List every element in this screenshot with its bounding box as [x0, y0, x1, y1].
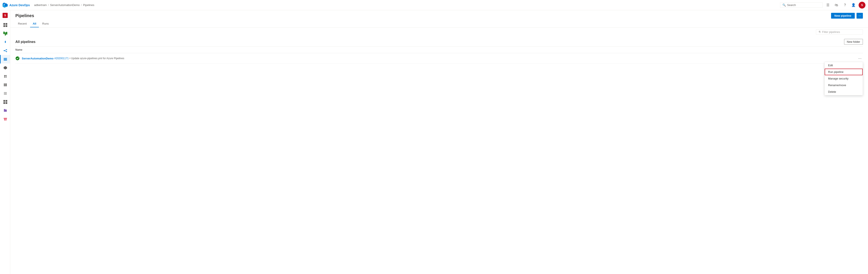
pipeline-name[interactable]: ServerAutomationDemo: [22, 57, 54, 60]
svg-rect-21: [6, 83, 7, 86]
main-content: Pipelines New pipeline ⋯ Recent All Runs…: [10, 10, 868, 274]
topbar: Azure DevOps adbertram / ServerAutomatio…: [0, 0, 868, 10]
page-header: Pipelines New pipeline ⋯: [10, 10, 868, 19]
boards-icon: [3, 31, 7, 36]
tab-recent[interactable]: Recent: [16, 20, 29, 27]
svg-rect-1: [5, 23, 7, 25]
app-name: Azure DevOps: [9, 3, 30, 7]
svg-rect-26: [5, 100, 7, 102]
header-actions: New pipeline ⋯: [831, 13, 863, 19]
sidebar-item-test-plans[interactable]: [0, 106, 10, 115]
status-icon: [16, 56, 20, 60]
context-menu-run-pipeline[interactable]: Run pipeline: [825, 68, 863, 75]
context-menu-rename-move[interactable]: Rename/move: [825, 82, 863, 88]
breadcrumb-project[interactable]: ServerAutomationDemo: [50, 3, 80, 7]
table-header: Name: [16, 47, 863, 53]
breadcrumb-sep-2: /: [81, 3, 82, 7]
context-menu: Edit Run pipeline Manage security Rename…: [825, 62, 863, 95]
sidebar: S: [0, 10, 10, 274]
task-groups-icon: [3, 91, 7, 95]
section-header: All pipelines New folder: [16, 36, 863, 47]
breadcrumb: adbertram / ServerAutomationDemo / Pipel…: [34, 3, 778, 7]
breadcrumb-org[interactable]: adbertram: [34, 3, 47, 7]
sidebar-item-boards[interactable]: [0, 29, 10, 38]
svg-point-32: [16, 56, 20, 60]
svg-rect-13: [4, 59, 7, 60]
artifacts-icon: [3, 117, 7, 121]
repos-icon: [3, 40, 7, 44]
sidebar-item-task-groups[interactable]: [0, 89, 10, 98]
releases-icon: [3, 74, 7, 78]
pipeline-more-button[interactable]: ⋯: [857, 55, 863, 61]
pipeline-section: All pipelines New folder Name ServerAuto…: [10, 36, 868, 274]
list-icon-btn[interactable]: ☰: [825, 2, 831, 8]
svg-point-7: [4, 50, 5, 51]
svg-rect-4: [3, 32, 5, 34]
filter-bar: ⚗ Filter pipelines: [10, 28, 868, 36]
svg-rect-28: [5, 102, 7, 104]
svg-rect-12: [4, 58, 7, 59]
svg-point-8: [6, 49, 7, 50]
context-menu-delete[interactable]: Delete: [825, 88, 863, 95]
search-box[interactable]: 🔍 Search: [780, 2, 823, 8]
shopping-bag-icon-btn[interactable]: 🛍: [833, 2, 840, 8]
pipeline-run-id: #202001171: [55, 57, 69, 60]
svg-line-10: [5, 50, 6, 50]
environments-icon: [3, 65, 7, 70]
user-icon-btn[interactable]: 👤: [850, 2, 857, 8]
page-title: Pipelines: [16, 13, 34, 18]
test-plans-icon: [3, 108, 7, 113]
new-pipeline-more-button[interactable]: ⋯: [857, 13, 863, 19]
sidebar-item-artifacts[interactable]: [0, 115, 10, 123]
app-logo[interactable]: Azure DevOps: [3, 3, 30, 8]
search-icon: 🔍: [782, 3, 786, 7]
filter-placeholder: Filter pipelines: [822, 30, 840, 33]
sidebar-item-library[interactable]: [0, 81, 10, 89]
svg-rect-3: [5, 25, 7, 27]
svg-point-9: [6, 51, 7, 52]
svg-rect-5: [5, 32, 6, 35]
tabs: Recent All Runs: [10, 20, 868, 28]
svg-line-11: [5, 51, 6, 52]
pipelines-icon: [3, 57, 7, 61]
svg-rect-19: [4, 83, 4, 86]
sidebar-item-pipelines[interactable]: [0, 55, 10, 63]
sidebar-item-releases[interactable]: [0, 72, 10, 81]
sidebar-project[interactable]: S: [0, 11, 10, 20]
pipelines-parent-icon: [3, 49, 7, 53]
sidebar-item-pipelines-parent[interactable]: [0, 46, 10, 55]
new-pipeline-button[interactable]: New pipeline: [831, 13, 855, 19]
section-title: All pipelines: [16, 40, 35, 44]
filter-input[interactable]: ⚗ Filter pipelines: [816, 29, 863, 35]
svg-rect-30: [4, 118, 7, 119]
topbar-actions: 🔍 Search ☰ 🛍 ? 👤 S: [780, 2, 865, 8]
svg-rect-6: [6, 32, 7, 34]
svg-rect-0: [3, 23, 5, 25]
tab-runs[interactable]: Runs: [40, 20, 51, 27]
project-avatar: S: [3, 13, 8, 18]
overview-icon: [3, 23, 7, 27]
breadcrumb-current[interactable]: Pipelines: [83, 3, 94, 7]
avatar[interactable]: S: [859, 2, 865, 8]
sidebar-item-overview[interactable]: [0, 21, 10, 29]
help-icon-btn[interactable]: ?: [841, 2, 848, 8]
context-menu-manage-security[interactable]: Manage security: [825, 75, 863, 82]
filter-icon: ⚗: [818, 30, 821, 33]
search-placeholder: Search: [787, 3, 796, 7]
library-icon: [3, 83, 7, 87]
app-body: S: [0, 10, 868, 274]
new-folder-button[interactable]: New folder: [844, 39, 863, 45]
pipeline-run-info: • Update azure-pipelines.yml for Azure P…: [70, 57, 124, 60]
svg-marker-15: [4, 66, 7, 70]
svg-rect-27: [3, 102, 5, 104]
pipeline-row: ServerAutomationDemo #202001171 • Update…: [16, 53, 863, 64]
sidebar-item-environments[interactable]: [0, 63, 10, 72]
svg-rect-14: [4, 60, 7, 60]
tab-all[interactable]: All: [30, 20, 39, 27]
svg-rect-25: [3, 100, 5, 102]
breadcrumb-sep-1: /: [48, 3, 49, 7]
context-menu-edit[interactable]: Edit: [825, 62, 863, 68]
sidebar-item-deployment-groups[interactable]: [0, 98, 10, 106]
sidebar-item-repos[interactable]: [0, 38, 10, 46]
deployment-groups-icon: [3, 100, 7, 104]
